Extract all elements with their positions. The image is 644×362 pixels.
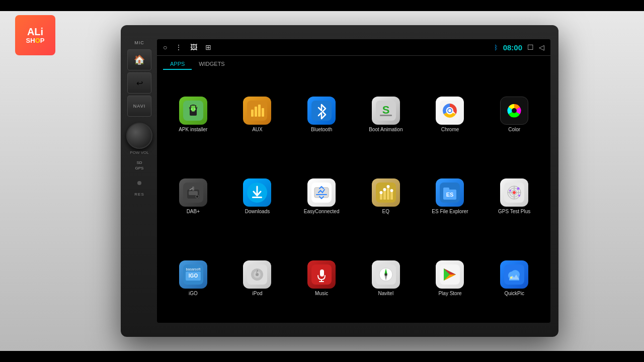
app-ipod[interactable]: ♪ iPod (226, 239, 289, 319)
tab-widgets[interactable]: WIDGETS (192, 59, 231, 70)
shop-o: O (35, 37, 40, 44)
back-button[interactable]: ↩ (127, 72, 151, 94)
eq-icon (372, 178, 400, 207)
tab-apps[interactable]: APPS (163, 59, 192, 70)
gpstest-icon (500, 178, 528, 207)
eq-label: EQ (382, 209, 389, 215)
svg-rect-12 (258, 105, 261, 117)
bluetooth-status-icon: ᛒ (494, 44, 498, 51)
navi-button[interactable]: NAVI (127, 96, 151, 117)
app-dab[interactable]: DAB+ (162, 156, 224, 236)
bluetooth-icon (307, 97, 336, 125)
navitel-label: Navitel (378, 291, 394, 297)
home-button[interactable]: 🏠 (127, 49, 151, 70)
svg-rect-41 (390, 192, 393, 200)
square-nav-icon: ☐ (527, 43, 534, 51)
circle-icon: ○ (163, 43, 167, 51)
boot-animation-label: Boot Animation (369, 127, 403, 133)
navitel-icon (372, 260, 400, 289)
device-body: MIC 🏠 ↩ NAVI POW VOL SD GPS RES (121, 25, 558, 337)
svg-point-42 (379, 191, 382, 194)
shop-text: SH (26, 37, 35, 44)
downloads-icon (243, 178, 271, 207)
res-label: RES (134, 192, 144, 197)
ipod-label: iPod (252, 291, 262, 297)
dab-icon (179, 178, 207, 207)
ali-text: ALi (27, 27, 43, 37)
quickpic-icon (500, 260, 528, 289)
screen: ○ ⋮ 🖼 ⊞ ᛒ 08:00 ☐ ◁ APPS WIDGETS (157, 39, 550, 323)
status-left: ○ ⋮ 🖼 ⊞ (163, 43, 211, 51)
shop-p: P (40, 37, 45, 44)
svg-rect-29 (189, 191, 198, 195)
app-music[interactable]: Music (290, 239, 353, 319)
app-aux[interactable]: AUX (226, 74, 289, 154)
svg-text:IGO: IGO (189, 273, 198, 279)
app-play-store[interactable]: Play Store (419, 239, 481, 319)
svg-text:S: S (382, 104, 389, 116)
knob-area: POW VOL (126, 123, 152, 155)
image-icon: 🖼 (190, 43, 197, 51)
svg-point-43 (383, 188, 386, 191)
svg-point-4 (191, 108, 193, 110)
app-chrome[interactable]: Chrome (419, 74, 481, 154)
aux-icon (243, 97, 271, 125)
device-unit: MIC 🏠 ↩ NAVI POW VOL SD GPS RES (121, 25, 558, 337)
sd-gps-label: SD GPS (135, 160, 144, 171)
pow-vol-label: POW VOL (130, 150, 148, 155)
esfile-label: ES File Explorer (432, 209, 468, 215)
music-label: Music (315, 291, 328, 297)
app-quickpic[interactable]: QuickPic (483, 239, 545, 319)
letterbox-bottom (0, 351, 644, 362)
svg-point-75 (384, 274, 387, 276)
svg-rect-10 (251, 110, 254, 117)
svg-rect-38 (380, 194, 382, 200)
esfile-icon: ES (436, 178, 464, 207)
svg-point-81 (510, 277, 512, 279)
ipod-icon: ♪ (243, 260, 271, 289)
app-boot-animation[interactable]: S Boot Animation (355, 74, 417, 154)
volume-knob[interactable] (126, 123, 152, 149)
app-easyconnected[interactable]: EasyConnected (290, 156, 353, 236)
svg-rect-39 (383, 191, 386, 200)
bluetooth-label: Bluetooth (311, 127, 332, 133)
left-panel: MIC 🏠 ↩ NAVI POW VOL SD GPS RES (125, 40, 154, 302)
svg-text:basarsoft: basarsoft (186, 267, 200, 271)
grid-icon: ⊞ (205, 43, 211, 51)
svg-rect-48 (443, 188, 449, 191)
boot-animation-icon: S (372, 97, 400, 125)
ali-shop-logo: ALi SH O P (15, 15, 55, 55)
svg-point-26 (512, 108, 517, 113)
chrome-label: Chrome (441, 127, 459, 133)
status-bar: ○ ⋮ 🖼 ⊞ ᛒ 08:00 ☐ ◁ (157, 39, 550, 55)
svg-rect-70 (320, 269, 324, 277)
svg-point-44 (386, 185, 389, 188)
app-gps-test-plus[interactable]: GPS Test Plus (483, 156, 545, 236)
navi-label: NAVI (133, 104, 145, 109)
app-downloads[interactable]: Downloads (226, 156, 289, 236)
time-display: 08:00 (503, 43, 522, 52)
dab-label: DAB+ (187, 209, 200, 215)
svg-point-5 (194, 108, 196, 110)
quickpic-label: QuickPic (504, 291, 524, 297)
apk-installer-label: APK installer (179, 127, 207, 133)
app-navitel[interactable]: Navitel (355, 239, 417, 319)
svg-point-58 (518, 195, 520, 197)
svg-text:ES: ES (446, 192, 454, 198)
color-label: Color (508, 127, 520, 133)
app-es-file-explorer[interactable]: ES ES File Explorer (419, 156, 481, 236)
app-bluetooth[interactable]: Bluetooth (290, 74, 353, 154)
status-right: ᛒ 08:00 ☐ ◁ (494, 43, 544, 52)
more-icon: ⋮ (175, 43, 182, 51)
app-apk-installer[interactable]: APK installer (162, 74, 224, 154)
app-color[interactable]: Color (483, 74, 545, 154)
igo-icon: IGO basarsoft (179, 260, 207, 289)
tab-bar: APPS WIDGETS (157, 56, 550, 70)
igo-label: iGO (189, 291, 198, 297)
app-igo[interactable]: IGO basarsoft iGO (162, 239, 224, 319)
playstore-label: Play Store (438, 291, 461, 297)
res-dot (137, 181, 141, 185)
svg-rect-11 (255, 107, 257, 117)
home-icon: 🏠 (134, 54, 145, 65)
app-eq[interactable]: EQ (355, 156, 417, 236)
